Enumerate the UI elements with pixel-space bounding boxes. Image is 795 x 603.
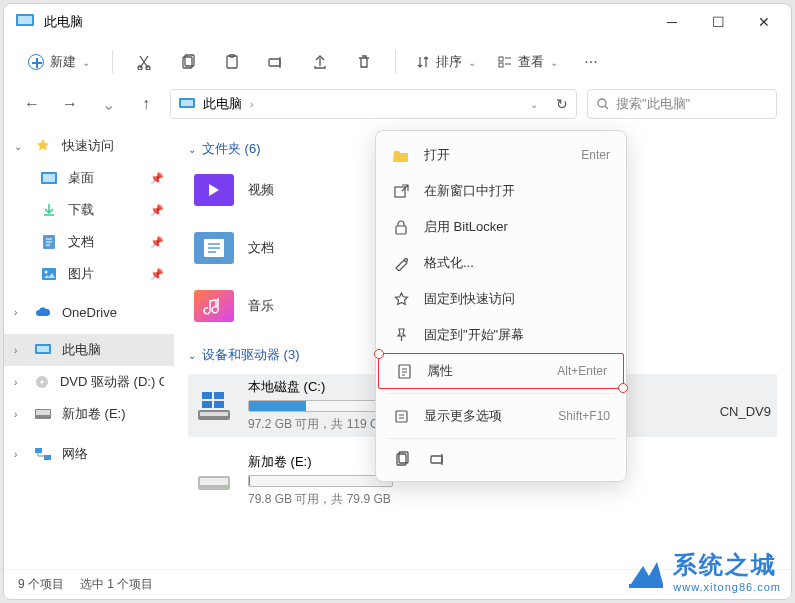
ctx-pin-start[interactable]: 固定到"开始"屏幕 bbox=[376, 317, 626, 353]
sidebar-item-documents[interactable]: 文档 📌 bbox=[4, 226, 174, 258]
ctx-label: 固定到快速访问 bbox=[424, 290, 515, 308]
sidebar-quick-access[interactable]: ⌄ 快速访问 bbox=[4, 130, 174, 162]
watermark-text: 系统之城 bbox=[673, 549, 781, 581]
addr-text: 此电脑 bbox=[203, 95, 242, 113]
explorer-window: 此电脑 ─ ☐ ✕ 新建 ⌄ 排序 ⌄ 查看 ⌄ ··· bbox=[3, 3, 792, 600]
sidebar-item-desktop[interactable]: 桌面 📌 bbox=[4, 162, 174, 194]
music-folder-icon bbox=[194, 288, 234, 324]
folder-label: 音乐 bbox=[248, 297, 274, 315]
svg-rect-15 bbox=[43, 174, 55, 182]
drive-usage-bar bbox=[248, 475, 393, 487]
close-button[interactable]: ✕ bbox=[741, 4, 787, 40]
addr-dropdown[interactable]: ⌄ bbox=[530, 99, 538, 110]
chevron-right-icon: › bbox=[14, 345, 24, 356]
rename-icon[interactable] bbox=[257, 46, 295, 78]
sidebar-onedrive[interactable]: › OneDrive bbox=[4, 296, 174, 328]
star-icon bbox=[392, 292, 410, 307]
ctx-pin-quick[interactable]: 固定到快速访问 bbox=[376, 281, 626, 317]
desktop-icon bbox=[40, 169, 58, 187]
svg-point-13 bbox=[598, 99, 606, 107]
ctx-properties[interactable]: 属性 Alt+Enter bbox=[378, 353, 624, 389]
more-options-icon bbox=[392, 409, 410, 424]
svg-rect-24 bbox=[36, 410, 50, 415]
drive-sub: 79.8 GB 可用，共 79.9 GB bbox=[248, 491, 771, 508]
sort-icon bbox=[416, 55, 430, 69]
svg-point-22 bbox=[40, 381, 43, 384]
minimize-button[interactable]: ─ bbox=[649, 4, 695, 40]
folder-label: 文档 bbox=[248, 239, 274, 257]
ctx-open[interactable]: 打开 Enter bbox=[376, 137, 626, 173]
ctx-label: 启用 BitLocker bbox=[424, 218, 508, 236]
sort-button[interactable]: 排序 ⌄ bbox=[408, 46, 484, 78]
pin-icon: 📌 bbox=[150, 172, 164, 185]
window-controls: ─ ☐ ✕ bbox=[649, 4, 787, 40]
ctx-bottom-icons bbox=[376, 443, 626, 475]
ctx-label: 在新窗口中打开 bbox=[424, 182, 515, 200]
status-count: 9 个项目 bbox=[18, 576, 64, 593]
pin-icon: 📌 bbox=[150, 204, 164, 217]
sidebar-item-downloads[interactable]: 下载 📌 bbox=[4, 194, 174, 226]
back-button[interactable]: ← bbox=[18, 90, 46, 118]
sidebar-item-pictures[interactable]: 图片 📌 bbox=[4, 258, 174, 290]
up-folder-button[interactable]: ↑ bbox=[132, 90, 160, 118]
plus-icon bbox=[28, 54, 44, 70]
refresh-button[interactable]: ↻ bbox=[556, 96, 568, 112]
ctx-format[interactable]: 格式化... bbox=[376, 245, 626, 281]
network-icon bbox=[34, 445, 52, 463]
sidebar-newvol[interactable]: › 新加卷 (E:) bbox=[4, 398, 174, 430]
search-input[interactable]: 搜索"此电脑" bbox=[587, 89, 777, 119]
view-button[interactable]: 查看 ⌄ bbox=[490, 46, 566, 78]
drive-icon bbox=[194, 463, 234, 499]
svg-rect-12 bbox=[181, 100, 193, 106]
rename-icon[interactable] bbox=[430, 451, 446, 467]
ctx-label: 固定到"开始"屏幕 bbox=[424, 326, 524, 344]
cloud-icon bbox=[34, 303, 52, 321]
ctx-show-more[interactable]: 显示更多选项 Shift+F10 bbox=[376, 398, 626, 434]
more-icon[interactable]: ··· bbox=[572, 46, 610, 78]
svg-rect-32 bbox=[200, 412, 228, 416]
sidebar-thispc[interactable]: › 此电脑 bbox=[4, 334, 174, 366]
copy-icon[interactable] bbox=[169, 46, 207, 78]
svg-rect-20 bbox=[37, 346, 49, 352]
chevron-right-icon: › bbox=[14, 377, 23, 388]
ctx-bitlocker[interactable]: 启用 BitLocker bbox=[376, 209, 626, 245]
ctx-shortcut: Shift+F10 bbox=[558, 409, 610, 423]
maximize-button[interactable]: ☐ bbox=[695, 4, 741, 40]
svg-rect-38 bbox=[200, 478, 228, 485]
chevron-icon: › bbox=[250, 99, 253, 110]
address-bar[interactable]: 此电脑 › ⌄ ↻ bbox=[170, 89, 577, 119]
drive-usage-bar bbox=[248, 400, 393, 412]
paste-icon[interactable] bbox=[213, 46, 251, 78]
svg-rect-25 bbox=[35, 448, 42, 453]
sidebar-label: 图片 bbox=[68, 265, 94, 283]
partial-text: CN_DV9 bbox=[720, 404, 771, 419]
folder-label: 视频 bbox=[248, 181, 274, 199]
up-button[interactable]: ⌄ bbox=[94, 90, 122, 118]
view-icon bbox=[498, 55, 512, 69]
svg-rect-47 bbox=[629, 584, 663, 588]
svg-rect-36 bbox=[214, 401, 224, 408]
delete-icon[interactable] bbox=[345, 46, 383, 78]
svg-rect-40 bbox=[395, 187, 405, 197]
disc-icon bbox=[33, 373, 50, 391]
forward-button[interactable]: → bbox=[56, 90, 84, 118]
cut-icon[interactable] bbox=[125, 46, 163, 78]
star-icon bbox=[34, 137, 52, 155]
share-icon[interactable] bbox=[301, 46, 339, 78]
new-window-icon bbox=[392, 184, 410, 199]
address-row: ← → ⌄ ↑ 此电脑 › ⌄ ↻ 搜索"此电脑" bbox=[4, 84, 791, 124]
titlebar: 此电脑 ─ ☐ ✕ bbox=[4, 4, 791, 40]
sidebar-network[interactable]: › 网络 bbox=[4, 438, 174, 470]
new-label: 新建 bbox=[50, 53, 76, 71]
watermark-logo bbox=[625, 550, 667, 592]
ctx-shortcut: Alt+Enter bbox=[557, 364, 607, 378]
window-title: 此电脑 bbox=[44, 13, 649, 31]
ctx-open-new-window[interactable]: 在新窗口中打开 bbox=[376, 173, 626, 209]
video-folder-icon bbox=[194, 172, 234, 208]
svg-point-39 bbox=[226, 487, 228, 489]
sidebar-dvd[interactable]: › DVD 驱动器 (D:) C( bbox=[4, 366, 174, 398]
watermark-url: www.xitong86.com bbox=[673, 581, 781, 593]
new-button[interactable]: 新建 ⌄ bbox=[18, 46, 100, 78]
copy-icon[interactable] bbox=[394, 451, 410, 467]
section-label: 设备和驱动器 (3) bbox=[202, 346, 300, 364]
